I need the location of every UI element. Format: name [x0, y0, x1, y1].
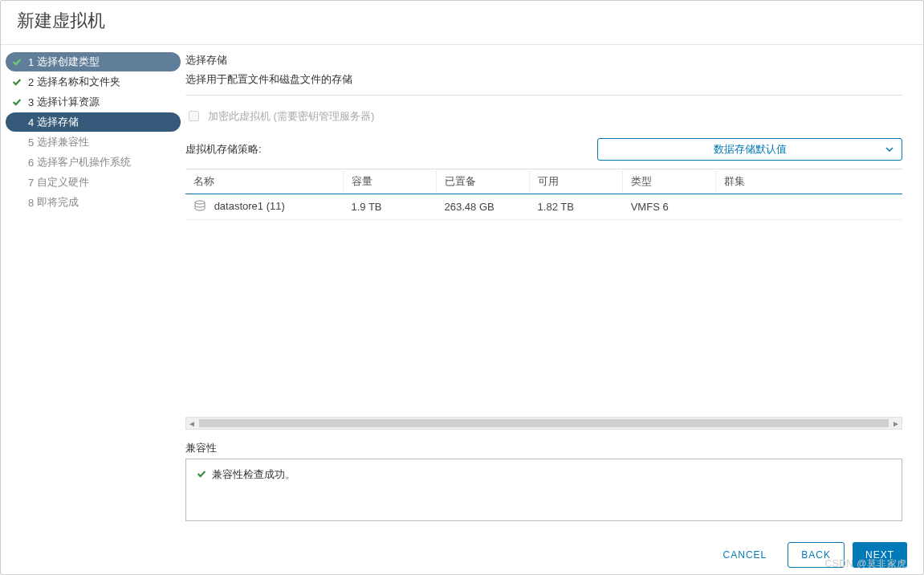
content-step-subtitle: 选择用于配置文件和磁盘文件的存储 [185, 72, 902, 96]
cell-name: datastore1 (11) [185, 194, 343, 220]
col-type[interactable]: 类型 [623, 169, 716, 194]
storage-policy-dropdown[interactable]: 数据存储默认值 [597, 138, 902, 161]
cell-name-text: datastore1 (11) [214, 200, 285, 212]
wizard-content: 选择存储 选择用于配置文件和磁盘文件的存储 加密此虚拟机 (需要密钥管理服务器)… [185, 45, 923, 529]
back-button[interactable]: BACK [788, 542, 845, 568]
check-icon [10, 96, 23, 108]
check-icon [196, 468, 207, 482]
datastore-icon [193, 200, 206, 214]
cell-capacity: 1.9 TB [343, 194, 436, 220]
step-num: 7 [28, 177, 34, 189]
step-5-compatibility: 5 选择兼容性 [6, 133, 181, 152]
step-label: 自定义硬件 [37, 175, 89, 190]
compat-success-text: 兼容性检查成功。 [212, 467, 295, 482]
storage-policy-row: 虚拟机存储策略: 数据存储默认值 [185, 138, 902, 161]
step-4-storage[interactable]: 4 选择存储 [6, 112, 181, 132]
step-8-ready-complete: 8 即将完成 [6, 193, 181, 212]
scroll-left-icon[interactable]: ◄ [186, 418, 197, 429]
step-label: 选择兼容性 [37, 135, 89, 149]
table-empty-area [185, 220, 902, 417]
content-step-title: 选择存储 [185, 53, 902, 67]
check-icon [10, 75, 23, 88]
scroll-right-icon[interactable]: ► [890, 418, 902, 429]
wizard-body: 1 选择创建类型 2 选择名称和文件夹 3 选择计算资源 4 [1, 45, 923, 529]
step-num: 5 [28, 137, 34, 149]
encrypt-vm-label: 加密此虚拟机 (需要密钥管理服务器) [208, 109, 374, 124]
cell-free: 1.82 TB [530, 194, 623, 220]
step-num: 6 [28, 157, 34, 169]
svg-point-0 [195, 201, 205, 204]
col-cluster[interactable]: 群集 [716, 169, 902, 194]
storage-policy-label: 虚拟机存储策略: [185, 142, 262, 157]
col-provisioned[interactable]: 已置备 [437, 169, 530, 194]
step-num: 4 [28, 116, 34, 128]
compat-box: 兼容性检查成功。 [185, 459, 902, 521]
encrypt-vm-checkbox[interactable] [189, 111, 199, 121]
storage-policy-value: 数据存储默认值 [714, 142, 787, 157]
step-2-name-folder[interactable]: 2 选择名称和文件夹 [6, 72, 181, 92]
wizard-footer: CANCEL BACK NEXT [1, 529, 923, 574]
step-label: 选择存储 [37, 115, 79, 129]
next-button[interactable]: NEXT [853, 542, 907, 568]
step-3-compute-resource[interactable]: 3 选择计算资源 [6, 92, 181, 112]
scroll-track[interactable] [199, 419, 889, 427]
cancel-button[interactable]: CANCEL [710, 542, 780, 568]
check-icon [10, 55, 23, 68]
step-num: 1 [28, 56, 34, 68]
step-num: 3 [28, 96, 34, 108]
step-label: 即将完成 [37, 195, 79, 210]
horizontal-scrollbar[interactable]: ◄ ► [185, 417, 902, 430]
step-label: 选择客户机操作系统 [37, 155, 131, 169]
step-6-guest-os: 6 选择客户机操作系统 [6, 153, 181, 172]
cell-type: VMFS 6 [623, 194, 716, 220]
step-1-create-type[interactable]: 1 选择创建类型 [6, 52, 181, 71]
compat-label: 兼容性 [185, 441, 902, 455]
step-label: 选择名称和文件夹 [37, 75, 120, 89]
step-num: 2 [28, 76, 34, 88]
step-label: 选择计算资源 [37, 95, 100, 109]
new-vm-wizard-dialog: 新建虚拟机 1 选择创建类型 2 选择名称和文件夹 [0, 0, 924, 575]
step-num: 8 [28, 197, 34, 209]
step-label: 选择创建类型 [37, 55, 100, 69]
encrypt-vm-row: 加密此虚拟机 (需要密钥管理服务器) [185, 108, 902, 124]
chevron-down-icon [885, 144, 893, 156]
col-free[interactable]: 可用 [530, 169, 623, 194]
cell-cluster [716, 194, 902, 220]
compat-success-row: 兼容性检查成功。 [196, 467, 892, 482]
table-row[interactable]: datastore1 (11) 1.9 TB 263.48 GB 1.82 TB… [185, 194, 902, 220]
step-7-customize-hardware: 7 自定义硬件 [6, 173, 181, 192]
wizard-steps-sidebar: 1 选择创建类型 2 选择名称和文件夹 3 选择计算资源 4 [1, 45, 185, 529]
col-name[interactable]: 名称 [185, 169, 343, 194]
dialog-title: 新建虚拟机 [1, 1, 923, 45]
cell-provisioned: 263.48 GB [437, 194, 530, 220]
datastore-table: 名称 容量 已置备 可用 类型 群集 [185, 169, 902, 430]
col-capacity[interactable]: 容量 [343, 169, 436, 194]
